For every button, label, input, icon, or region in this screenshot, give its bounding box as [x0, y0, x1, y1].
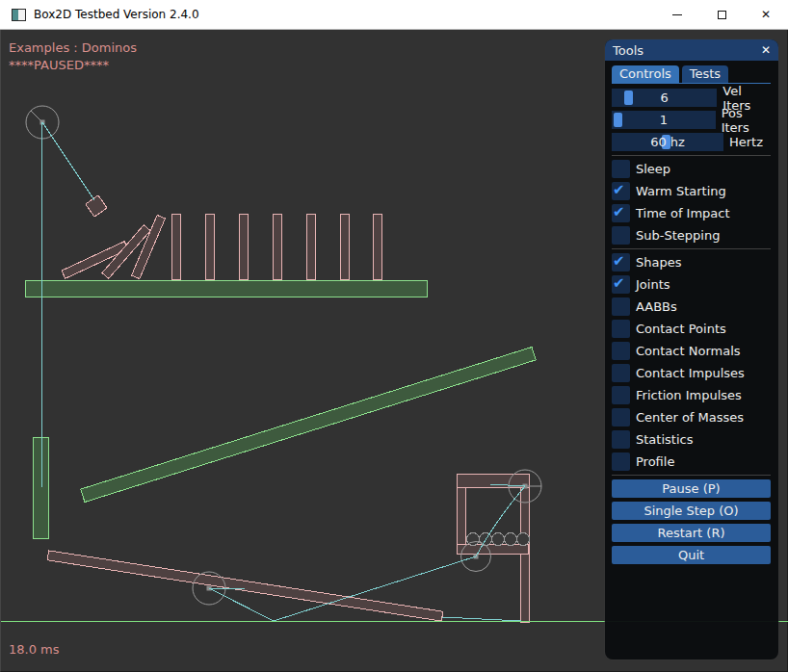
checkbox[interactable]: ✔	[612, 297, 630, 316]
checkbox[interactable]: ✔	[612, 320, 630, 338]
tools-panel-body: Controls Tests 6 Vel Iters 1	[605, 61, 778, 564]
checkbox-label: Profile	[636, 454, 674, 469]
paused-label: ****PAUSED****	[9, 58, 109, 72]
checkbox-contact-normals: ✔ Contact Normals	[612, 342, 771, 360]
window-title: Box2D Testbed Version 2.4.0	[34, 8, 199, 21]
app-icon	[12, 9, 26, 21]
maximize-icon	[718, 11, 726, 19]
checkbox-label: Warm Starting	[636, 184, 726, 198]
checkbox-label: Center of Masses	[636, 410, 744, 425]
checkbox[interactable]: ✔	[612, 408, 630, 426]
slider-value: 60 hz	[612, 133, 723, 151]
checkbox-sleep: ✔ Sleep	[612, 160, 771, 178]
checkbox[interactable]: ✔	[612, 275, 630, 294]
vertical-green-block	[33, 437, 48, 538]
checkbox-label: Contact Points	[636, 322, 726, 336]
tab-controls[interactable]: Controls	[612, 65, 679, 83]
standing-dominoes	[171, 214, 381, 279]
checkbox-statistics: ✔ Statistics	[612, 430, 771, 449]
action-buttons: Pause (P) Single Step (O) Restart (R) Qu…	[612, 479, 771, 564]
domino-platform	[25, 280, 427, 297]
checkbox-center-of-masses: ✔ Center of Masses	[612, 408, 771, 426]
checkbox[interactable]: ✔	[612, 386, 630, 404]
checkbox-label: AABBs	[636, 299, 677, 314]
checkbox-label: Contact Normals	[636, 344, 741, 358]
check-icon: ✔	[613, 252, 625, 270]
checkbox-label: Friction Impulses	[636, 388, 742, 402]
separator	[612, 248, 771, 249]
check-icon: ✔	[613, 181, 625, 198]
checkbox-label: Contact Impulses	[636, 366, 745, 380]
checkbox[interactable]: ✔	[612, 430, 630, 449]
check-icon: ✔	[613, 203, 625, 220]
checkbox-contact-impulses: ✔ Contact Impulses	[612, 364, 771, 382]
tools-panel-header[interactable]: Tools ✕	[605, 39, 778, 61]
checkbox-label: Joints	[636, 277, 670, 292]
slider-label: Pos Iters	[722, 106, 771, 135]
checkbox-sub-stepping: ✔ Sub-Stepping	[612, 226, 771, 245]
pendulum-box	[86, 195, 107, 217]
checkbox-profile: ✔ Profile	[612, 452, 771, 471]
single-step-button[interactable]: Single Step (O)	[612, 502, 771, 520]
minimize-icon	[672, 14, 682, 15]
minimize-button[interactable]	[655, 0, 699, 30]
vel-iters-slider[interactable]: 6	[612, 89, 717, 107]
close-icon: ✕	[761, 8, 771, 21]
sim-toggle-rows: ✔ Sleep ✔ Warm Starting ✔ Time of Impact	[612, 160, 771, 245]
tools-panel-title: Tools	[613, 43, 761, 58]
slider-value: 6	[612, 89, 717, 107]
draw-toggle-rows: ✔ Shapes ✔ Joints ✔ AABBs	[612, 253, 771, 471]
checkbox-friction-impulses: ✔ Friction Impulses	[612, 386, 771, 404]
checkbox-label: Statistics	[636, 432, 693, 447]
checkbox-label: Sub-Stepping	[636, 228, 720, 243]
checkbox-label: Sleep	[636, 162, 670, 176]
checkbox[interactable]: ✔	[612, 204, 630, 222]
checkbox-joints: ✔ Joints	[612, 275, 771, 294]
tools-panel: Tools ✕ Controls Tests 6 Vel Iters	[605, 39, 778, 659]
slider-label: Hertz	[729, 135, 763, 149]
tab-tests[interactable]: Tests	[682, 65, 728, 83]
checkbox[interactable]: ✔	[612, 364, 630, 382]
tabbar: Controls Tests	[612, 65, 771, 84]
caption-buttons: ✕	[655, 0, 788, 30]
checkbox[interactable]: ✔	[612, 452, 630, 471]
checkbox-warm-starting: ✔ Warm Starting	[612, 182, 771, 200]
cradle-balls	[467, 533, 530, 546]
example-label: Examples : Dominos	[9, 40, 137, 55]
checkbox[interactable]: ✔	[612, 342, 630, 360]
hertz-slider[interactable]: 60 hz	[612, 133, 723, 151]
checkbox-shapes: ✔ Shapes	[612, 253, 771, 271]
pause-button[interactable]: Pause (P)	[612, 479, 771, 498]
pos-iters-slider[interactable]: 1	[612, 111, 716, 129]
quit-button[interactable]: Quit	[612, 546, 771, 564]
close-button[interactable]: ✕	[744, 0, 788, 30]
checkbox-time-of-impact: ✔ Time of Impact	[612, 204, 771, 222]
checkbox-contact-points: ✔ Contact Points	[612, 320, 771, 338]
checkbox[interactable]: ✔	[612, 160, 630, 178]
panel-close-icon[interactable]: ✕	[761, 43, 771, 57]
slider-rows: 6 Vel Iters 1 Pos Iters 60 hz	[612, 89, 771, 151]
checkbox[interactable]: ✔	[612, 226, 630, 245]
cradle-frame	[457, 474, 529, 622]
restart-button[interactable]: Restart (R)	[612, 524, 771, 542]
checkbox-label: Shapes	[636, 255, 681, 270]
frame-time-label: 18.0 ms	[9, 642, 60, 657]
checkbox-aabbs: ✔ AABBs	[612, 297, 771, 316]
maximize-button[interactable]	[699, 0, 744, 30]
check-icon: ✔	[613, 274, 625, 292]
separator	[612, 475, 771, 476]
titlebar: Box2D Testbed Version 2.4.0 ✕	[0, 0, 788, 30]
separator	[612, 155, 771, 156]
checkbox[interactable]: ✔	[612, 253, 630, 271]
slider-value: 1	[612, 111, 716, 129]
checkbox[interactable]: ✔	[612, 182, 630, 200]
checkbox-label: Time of Impact	[636, 206, 730, 220]
